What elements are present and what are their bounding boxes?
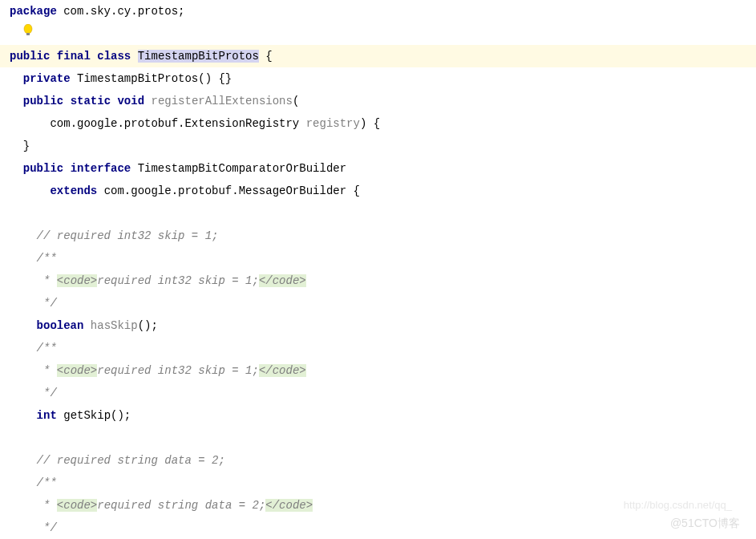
brace: { xyxy=(259,50,273,63)
code-tag-close: </code> xyxy=(259,364,306,377)
doc-text: required string data = 2; xyxy=(97,499,265,512)
method-name: hasSkip xyxy=(91,319,138,332)
code-line[interactable]: /** xyxy=(0,247,756,270)
close-brace: } xyxy=(23,140,30,152)
code-line-empty[interactable] xyxy=(0,427,756,449)
code-line[interactable]: private TimestampBitProtos() {} xyxy=(0,67,756,90)
code-line[interactable]: /** xyxy=(0,472,756,494)
parens: (); xyxy=(138,319,158,332)
code-line[interactable]: com.google.protobuf.ExtensionRegistry re… xyxy=(0,112,756,135)
package-name: com.sky.cy.protos; xyxy=(57,5,185,18)
comment: // required int32 skip = 1; xyxy=(37,229,219,242)
code-line[interactable]: * <code>required int32 skip = 1;</code> xyxy=(0,270,756,292)
code-line[interactable]: } xyxy=(0,135,756,157)
code-line-class-decl[interactable]: public final class TimestampBitProtos { xyxy=(0,45,756,67)
doc-open: /** xyxy=(37,252,57,265)
bulb-icon[interactable] xyxy=(23,27,33,40)
doc-star: * xyxy=(37,364,57,377)
paren-brace: ) { xyxy=(360,117,380,130)
code-line[interactable]: boolean hasSkip(); xyxy=(0,314,756,337)
keyword-class: class xyxy=(97,50,131,63)
keyword-public: public xyxy=(23,162,63,175)
code-line[interactable]: extends com.google.protobuf.MessageOrBui… xyxy=(0,180,756,202)
code-line[interactable]: * <code>required string data = 2;</code> xyxy=(0,494,756,517)
keyword-private: private xyxy=(23,72,71,85)
keyword-extends: extends xyxy=(50,184,97,197)
doc-close: */ xyxy=(37,297,57,310)
code-line[interactable] xyxy=(0,22,756,45)
keyword-final: final xyxy=(57,50,91,63)
code-tag-close: </code> xyxy=(265,499,313,512)
code-line[interactable]: public interface TimestampBitComparatorO… xyxy=(0,157,756,180)
doc-close: */ xyxy=(43,521,57,534)
param-name: registry xyxy=(306,117,360,130)
constructor: TimestampBitProtos() {} xyxy=(71,72,232,85)
doc-text: required int32 skip = 1; xyxy=(97,274,259,287)
code-line[interactable]: */ xyxy=(0,292,756,314)
method-get-skip: getSkip(); xyxy=(57,409,131,422)
doc-star: * xyxy=(37,274,57,287)
doc-text: required int32 skip = 1; xyxy=(97,364,259,377)
keyword-void: void xyxy=(117,95,144,107)
keyword-boolean: boolean xyxy=(37,319,84,332)
doc-close: */ xyxy=(37,387,57,399)
doc-open: /** xyxy=(37,342,57,355)
code-line-empty[interactable] xyxy=(0,202,756,225)
keyword-static: static xyxy=(71,95,111,107)
svg-point-0 xyxy=(24,24,32,34)
code-line[interactable]: /** xyxy=(0,337,756,359)
paren: ( xyxy=(293,95,299,107)
keyword-int: int xyxy=(37,409,57,422)
class-name-selected: TimestampBitProtos xyxy=(138,50,259,63)
comment: // required string data = 2; xyxy=(37,454,225,467)
code-line[interactable]: // required string data = 2; xyxy=(0,449,756,472)
code-line[interactable]: */ xyxy=(0,517,756,539)
code-line[interactable]: * <code>required int32 skip = 1;</code> xyxy=(0,359,756,382)
code-line[interactable]: // required int32 skip = 1; xyxy=(0,225,756,247)
keyword-package: package xyxy=(10,5,57,18)
code-tag-open: <code> xyxy=(57,274,97,287)
keyword-interface: interface xyxy=(71,162,131,175)
code-line[interactable]: public static void registerAllExtensions… xyxy=(0,90,756,112)
interface-name: TimestampBitComparatorOrBuilder xyxy=(131,162,346,175)
doc-open: /** xyxy=(37,476,57,489)
code-line[interactable]: int getSkip(); xyxy=(0,404,756,427)
svg-rect-1 xyxy=(26,33,30,35)
doc-star: * xyxy=(37,499,57,512)
code-tag-open: <code> xyxy=(57,364,97,377)
code-tag-close: </code> xyxy=(259,274,306,287)
method-name: registerAllExtensions xyxy=(151,95,292,107)
extends-type: com.google.protobuf.MessageOrBuilder { xyxy=(97,184,360,197)
keyword-public: public xyxy=(10,50,50,63)
code-editor[interactable]: package com.sky.cy.protos; public final … xyxy=(0,0,756,539)
keyword-public: public xyxy=(23,95,63,107)
code-line[interactable]: package com.sky.cy.protos; xyxy=(0,0,756,22)
param-type: com.google.protobuf.ExtensionRegistry xyxy=(50,117,305,130)
code-tag-open: <code> xyxy=(57,499,97,512)
code-line[interactable]: */ xyxy=(0,382,756,404)
